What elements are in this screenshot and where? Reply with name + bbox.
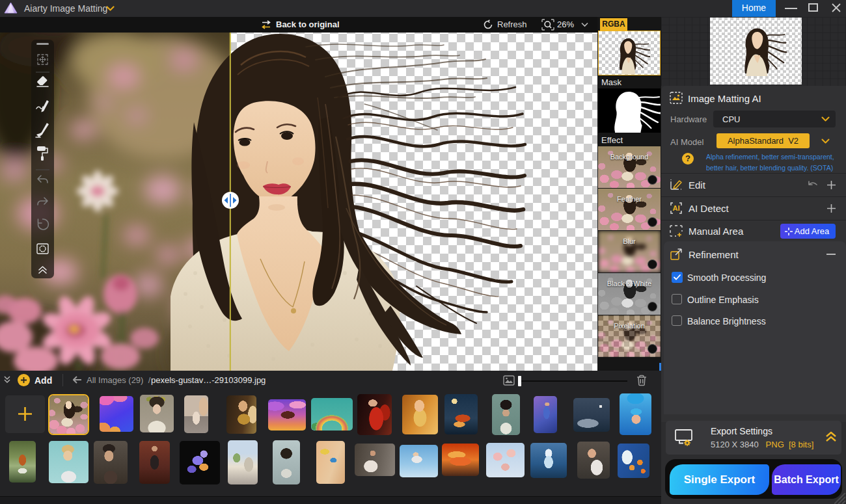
svg-text:AI: AI xyxy=(673,204,680,212)
